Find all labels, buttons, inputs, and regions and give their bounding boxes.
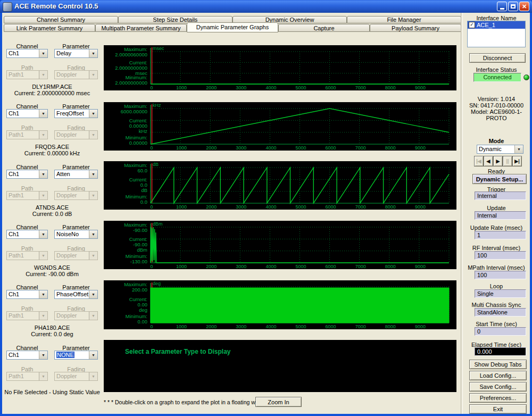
parameter-select-4[interactable]: NoiseNo▼ [54, 230, 98, 239]
mode-select[interactable]: Dynamic ▼ [477, 145, 523, 154]
channel-select-2[interactable]: Ch1▼ [6, 109, 48, 118]
current-value-1: Current: 2.0000000000 msec [1, 90, 103, 96]
channel-select-2-value: Ch1 [7, 110, 39, 118]
connection-status-badge: Connected [473, 73, 521, 82]
load-config-button[interactable]: Load Config... [469, 371, 527, 380]
parameter-select-5[interactable]: PhaseOffset▼ [54, 290, 98, 299]
graph-panel-phaseoffset[interactable]: 0100020003000400050006000700080009000deg… [104, 280, 456, 329]
rf-interval-label: RF Interval (msec) [463, 245, 530, 251]
tab-multipath-parameter-summary[interactable]: Multipath Parameter Summary [95, 24, 187, 32]
chevron-down-icon: ▼ [89, 252, 97, 260]
fading-select-6-value: Doppler [55, 372, 89, 380]
channel-select-4-value: Ch1 [7, 230, 39, 238]
mpath-interval-label: MPath Interval (msec) [463, 264, 530, 271]
tab-payload-summary[interactable]: Payload Summary [370, 24, 461, 32]
exit-button[interactable]: Exit [469, 404, 527, 414]
right-panel: Interface Name ✓ ACE_1 Disconnect Interf… [463, 0, 530, 416]
svg-text:dBm: dBm [137, 247, 147, 253]
parameter-group-2: ChannelParameterCh1▼FreqOffset▼PathFadin… [4, 103, 100, 163]
channel-select-4[interactable]: Ch1▼ [6, 230, 48, 239]
svg-text:2000: 2000 [206, 204, 217, 210]
svg-text:3000: 3000 [236, 324, 246, 329]
app-icon [3, 2, 12, 12]
graph-panel-freqoffset[interactable]: 0100020003000400050006000700080009000kHz… [104, 102, 456, 151]
fading-select-3-value: Doppler [55, 192, 89, 199]
svg-text:6000: 6000 [326, 85, 336, 90]
graph-panel-none[interactable]: Select a Parameter Type to Display [104, 340, 456, 392]
parameter-select-1[interactable]: Delay▼ [54, 49, 98, 58]
interface-listbox[interactable]: ✓ ACE_1 [467, 21, 526, 47]
step-forward-button[interactable]: ▶| [512, 156, 522, 167]
mode-value: Dynamic [477, 145, 514, 153]
graph-panel-noiseno[interactable]: 0100020003000400050006000700080009000dBm… [104, 221, 456, 269]
svg-text:200.00: 200.00 [132, 287, 147, 293]
svg-text:2000: 2000 [206, 264, 217, 269]
mpath-interval-field[interactable]: 100 [475, 271, 526, 279]
tab-channel-summary[interactable]: Channel Summary [4, 16, 118, 23]
multi-chassis-sync-field[interactable]: StandAlone [475, 308, 526, 317]
svg-text:6000: 6000 [326, 204, 336, 210]
serial-number-text: SN: 0417-010-00000 [463, 102, 530, 109]
parameter-group-6: ChannelParameterCh1▼NONE▼PathFading Para… [4, 345, 100, 404]
graph-panel-atten[interactable]: 0100020003000400050006000700080009000dBM… [104, 161, 456, 210]
channel-select-5[interactable]: Ch1▼ [6, 290, 48, 299]
svg-text:4000: 4000 [265, 324, 276, 329]
path-select-2-value: Path1 [7, 131, 39, 139]
chevron-down-icon: ▼ [39, 192, 47, 199]
tab-link-parameter-summary[interactable]: Link Parameter Summary [4, 24, 95, 32]
channel-select-3[interactable]: Ch1▼ [6, 170, 48, 179]
tab-dynamic-parameter-graphs[interactable]: Dynamic Parameter Graphs [187, 22, 278, 32]
interface-checkbox[interactable]: ✓ [469, 22, 475, 28]
disconnect-button[interactable]: Disconnect [469, 53, 526, 63]
preferences-button[interactable]: Preferences... [469, 393, 527, 403]
channel-select-1[interactable]: Ch1▼ [6, 49, 48, 58]
svg-text:1000: 1000 [176, 145, 187, 151]
interface-list-item[interactable]: ✓ ACE_1 [468, 21, 525, 29]
trigger-field[interactable]: Internal [475, 192, 526, 200]
parameter-select-6[interactable]: NONE▼ [54, 351, 98, 360]
parameter-select-2[interactable]: FreqOffset▼ [54, 109, 98, 118]
svg-text:kHz: kHz [153, 103, 161, 108]
path-select-6-value: Path1 [7, 372, 39, 380]
loop-field[interactable]: Single [475, 289, 526, 298]
svg-text:4000: 4000 [265, 204, 276, 210]
svg-text:5000: 5000 [295, 204, 306, 210]
channel-select-6[interactable]: Ch1▼ [6, 351, 48, 360]
svg-text:0.00000: 0.00000 [129, 140, 147, 146]
svg-text:7000: 7000 [355, 264, 366, 269]
step-back-button[interactable]: ◀ [484, 156, 493, 167]
update-rate-label: Update Rate (msec) [463, 224, 530, 231]
show-debug-tabs-button[interactable]: Show Debug Tabs [469, 360, 527, 369]
save-config-button[interactable]: Save Config... [469, 382, 527, 392]
svg-text:dB: dB [153, 162, 159, 167]
graph-panel-delay[interactable]: 0100020003000400050006000700080009000mse… [104, 45, 456, 90]
path-select-1-value: Path1 [7, 71, 39, 79]
file-name-2: FRQDS.ACE [1, 144, 103, 150]
update-field[interactable]: Internal [475, 211, 526, 220]
zoom-in-button[interactable]: Zoom In [255, 397, 302, 407]
chevron-down-icon: ▼ [89, 372, 97, 380]
chevron-down-icon: ▼ [39, 290, 47, 298]
title-bar[interactable]: ACE Remote Control 10.5 ✕ [0, 0, 532, 13]
svg-text:0.00: 0.00 [138, 319, 148, 325]
window-title: ACE Remote Control 10.5 [14, 0, 98, 13]
svg-text:9000: 9000 [415, 204, 426, 210]
rf-interval-field[interactable]: 100 [475, 251, 526, 260]
svg-text:Select a Parameter Type to Dis: Select a Parameter Type to Display [125, 348, 231, 355]
fading-select-5: Doppler▼ [54, 311, 98, 320]
dynamic-setup-button[interactable]: Dynamic Setup... [472, 174, 527, 184]
chevron-down-icon: ▼ [89, 312, 97, 320]
start-time-field[interactable]: 0 [475, 327, 526, 336]
svg-text:0: 0 [150, 204, 153, 210]
fading-select-1: Doppler▼ [54, 70, 98, 79]
svg-text:4000: 4000 [265, 85, 276, 90]
parameter-select-3[interactable]: Atten▼ [54, 170, 98, 179]
parameter-select-2-value: FreqOffset [55, 110, 89, 118]
graph-svg-none: Select a Parameter Type to Display [104, 340, 456, 392]
tab-capture[interactable]: Capture [278, 24, 370, 32]
play-button[interactable]: ▶ [493, 156, 503, 167]
tab-file-manager[interactable]: File Manager [347, 16, 461, 23]
mode-label: Mode [463, 138, 530, 144]
update-rate-field[interactable]: 1 [475, 231, 526, 239]
channel-select-3-value: Ch1 [7, 170, 39, 178]
